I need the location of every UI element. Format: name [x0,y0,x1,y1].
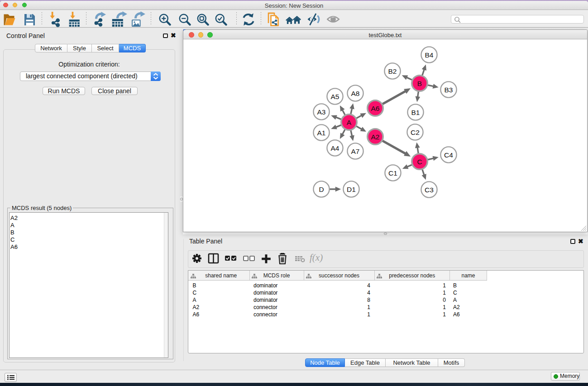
svg-text:C4: C4 [444,151,453,159]
svg-text:D: D [319,186,324,193]
svg-text:B1: B1 [411,109,420,116]
svg-text:A6: A6 [371,105,380,112]
svg-text:C: C [417,158,422,166]
svg-text:C1: C1 [388,169,397,177]
svg-text:A2: A2 [371,133,380,141]
svg-text:C2: C2 [411,129,420,136]
svg-text:A4: A4 [331,144,339,152]
svg-text:A8: A8 [351,90,360,97]
svg-text:A3: A3 [317,108,326,116]
svg-text:C3: C3 [425,186,434,194]
svg-text:D1: D1 [347,186,356,193]
svg-text:B: B [417,80,422,87]
svg-text:A1: A1 [317,129,326,137]
svg-text:B2: B2 [388,67,397,75]
svg-text:A: A [347,119,352,126]
svg-text:B4: B4 [425,51,434,59]
svg-text:A5: A5 [331,93,339,100]
svg-text:A7: A7 [351,148,360,155]
svg-text:B3: B3 [445,86,453,94]
